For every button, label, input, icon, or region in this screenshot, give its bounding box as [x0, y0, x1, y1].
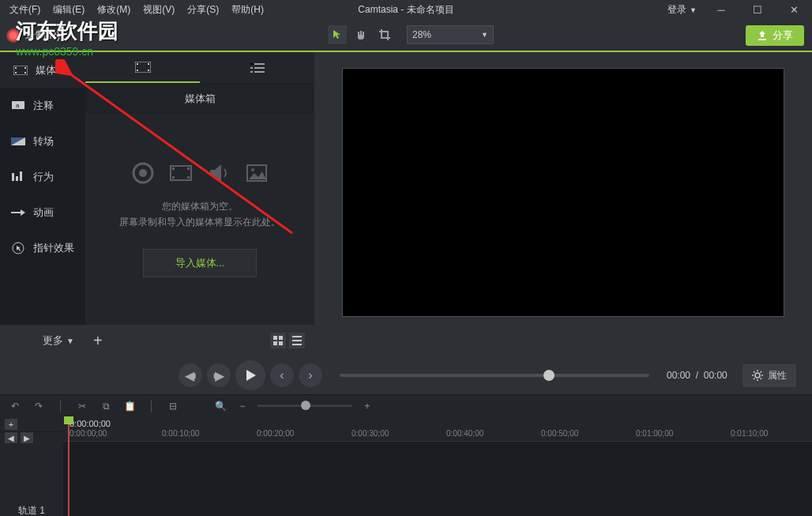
menu-help[interactable]: 帮助(H) [225, 3, 270, 17]
annotation-icon: a [11, 100, 25, 111]
record-button[interactable]: 录制(R) [6, 28, 60, 43]
timeline-left-button[interactable]: ◀ [5, 432, 17, 443]
next-frame-button[interactable]: ▮▶ [207, 363, 231, 387]
svg-rect-35 [292, 336, 302, 337]
timeline-timecode: 0:00:00;00 [70, 419, 111, 428]
timeline-tracks[interactable] [63, 442, 812, 516]
share-button[interactable]: 分享 [746, 25, 804, 46]
media-empty-text: 您的媒体箱为空。 屏幕录制和导入的媒体将显示在此处。 [119, 199, 280, 229]
select-tool[interactable] [328, 25, 347, 44]
main-area: 媒体 a 注释 转场 行为 动画 指针效果 [0, 52, 812, 325]
playback-slider[interactable] [340, 374, 649, 377]
more-button[interactable]: 更多 [43, 333, 63, 348]
play-button[interactable] [235, 360, 265, 390]
media-tab-library[interactable] [200, 52, 314, 83]
svg-point-30 [251, 168, 254, 171]
step-back-button[interactable]: ‹ [270, 363, 294, 387]
copy-button[interactable]: ⧉ [99, 399, 113, 413]
sidebar-item-cursor[interactable]: 指针效果 [0, 230, 85, 266]
crop-tool[interactable] [375, 25, 394, 44]
sidebar-item-media[interactable]: 媒体 [0, 52, 85, 88]
svg-rect-9 [20, 171, 22, 181]
timeline-tick: 0:00:10;00 [162, 429, 199, 438]
playback-time: 00:00 / 00:00 [667, 370, 738, 381]
svg-rect-3 [24, 67, 26, 69]
svg-rect-36 [292, 340, 302, 341]
svg-rect-25 [172, 168, 175, 170]
close-button[interactable]: ✕ [776, 0, 812, 20]
add-track-button[interactable]: + [5, 419, 17, 430]
menu-modify[interactable]: 修改(M) [91, 3, 137, 17]
svg-rect-32 [279, 336, 283, 340]
zoom-out-button[interactable]: − [235, 399, 250, 413]
timeline-right-button[interactable]: ▶ [21, 432, 33, 443]
record-circle-icon [131, 161, 155, 185]
list-view-button[interactable] [289, 333, 305, 348]
timeline-tracks-area[interactable]: 0:00:00;00 0:00:00;00 0:00:10;00 0:00:20… [63, 416, 812, 516]
svg-rect-37 [292, 344, 302, 345]
svg-rect-7 [12, 173, 14, 181]
import-media-button[interactable]: 导入媒体... [143, 249, 258, 277]
timeline-toolbar: ↶ ↷ ✂ ⧉ 📋 ⊟ 🔍 − + [0, 394, 812, 416]
svg-rect-26 [172, 176, 175, 179]
sidebar-item-behavior[interactable]: 行为 [0, 159, 85, 194]
prev-frame-button[interactable]: ◀▮ [179, 363, 202, 387]
step-forward-button[interactable]: › [299, 363, 322, 387]
upload-icon [757, 30, 768, 41]
gear-icon [752, 370, 763, 381]
properties-button[interactable]: 属性 [742, 364, 796, 387]
hand-tool[interactable] [351, 25, 370, 44]
timeline-playhead[interactable] [68, 416, 70, 516]
svg-point-38 [755, 373, 760, 378]
chevron-down-icon: ▼ [481, 31, 488, 39]
login-button[interactable]: 登录 ▼ [661, 3, 703, 17]
timeline: + ◀ ▶ 轨道 1 0:00:00;00 0:00:00;00 0:00:10… [0, 416, 812, 516]
menu-view[interactable]: 视图(V) [137, 3, 181, 17]
undo-button[interactable]: ↶ [8, 399, 22, 413]
media-panel: 媒体箱 您的媒体箱为空。 屏幕录制和导入的媒体将显示在此处。 导入媒体... [85, 52, 314, 325]
svg-rect-31 [273, 336, 277, 340]
cut-button[interactable]: ✂ [75, 399, 89, 413]
timeline-tick: 0:00:20;00 [257, 429, 294, 438]
svg-rect-15 [148, 70, 149, 71]
sidebar-item-animation[interactable]: 动画 [0, 194, 85, 230]
add-media-button[interactable]: + [93, 332, 103, 350]
main-toolbar: 录制(R) 28%▼ 分享 [0, 20, 812, 52]
zoom-in-button[interactable]: + [360, 399, 374, 413]
record-icon [6, 28, 21, 43]
svg-rect-13 [137, 70, 138, 71]
timeline-tick: 0:00:40;00 [446, 429, 483, 438]
list-icon [250, 63, 265, 73]
svg-rect-18 [250, 67, 253, 69]
timeline-ruler[interactable]: 0:00:00;00 0:00:00;00 0:00:10;00 0:00:20… [63, 416, 812, 442]
redo-button[interactable]: ↷ [32, 399, 46, 413]
minimize-button[interactable]: ─ [703, 0, 739, 20]
svg-rect-16 [250, 63, 253, 65]
menu-edit[interactable]: 编辑(E) [47, 3, 91, 17]
chevron-down-icon: ▼ [690, 6, 697, 14]
window-title: Camtasia - 未命名项目 [358, 3, 453, 17]
svg-rect-14 [148, 63, 149, 65]
split-button[interactable]: ⊟ [166, 399, 180, 413]
video-icon [169, 161, 193, 185]
menu-file[interactable]: 文件(F) [3, 3, 47, 17]
media-tab-clips[interactable] [85, 52, 200, 83]
maximize-button[interactable]: ☐ [739, 0, 776, 20]
svg-rect-2 [15, 72, 17, 73]
svg-rect-27 [187, 168, 190, 170]
zoom-dropdown[interactable]: 28%▼ [407, 25, 494, 44]
preview-canvas[interactable] [342, 68, 784, 317]
slider-knob[interactable] [543, 370, 554, 381]
svg-rect-28 [187, 176, 190, 179]
sidebar-item-annotation[interactable]: a 注释 [0, 88, 85, 123]
timeline-zoom-slider[interactable] [258, 405, 352, 407]
sidebar-item-transition[interactable]: 转场 [0, 123, 85, 159]
menu-share[interactable]: 分享(S) [181, 3, 225, 17]
sidebar: 媒体 a 注释 转场 行为 动画 指针效果 [0, 52, 85, 325]
paste-button[interactable]: 📋 [122, 399, 137, 413]
svg-rect-17 [254, 63, 265, 65]
animation-icon [11, 207, 25, 218]
svg-rect-4 [24, 72, 26, 73]
track-1-header[interactable]: 轨道 1 [0, 487, 63, 516]
grid-view-button[interactable] [270, 333, 286, 348]
